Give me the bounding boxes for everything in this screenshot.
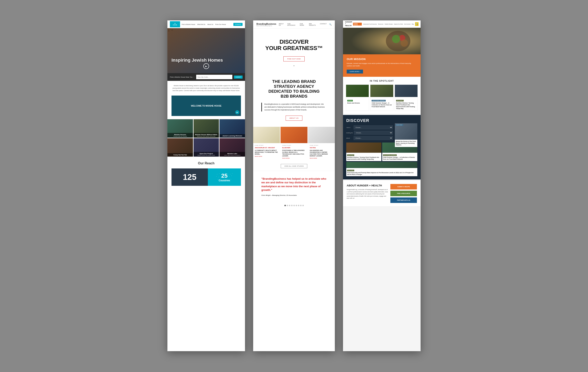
- spotlight-section: IN THE SPOTLIGHT RECIPE Beans and Greens…: [343, 77, 420, 114]
- tile-moishe-houses[interactable]: Moishe Houses Connect with our Houses: [168, 119, 193, 138]
- dot-3[interactable]: [289, 205, 290, 206]
- case-info-0: CASE STUDY ANCHORUM ST. VINCENT A COMMUN…: [253, 143, 280, 159]
- branding-nav-approach[interactable]: OUR APPROACH: [287, 23, 298, 26]
- hunger-nav-recipes[interactable]: Healthy Recipes: [385, 23, 393, 25]
- hunger-logo-text: HUNGER + HEALTH: [345, 21, 352, 27]
- reach-stats: 125: [171, 169, 241, 186]
- dot-8[interactable]: [300, 205, 302, 206]
- svg-point-13: [227, 177, 228, 177]
- small-img-2: [346, 162, 417, 168]
- svg-point-14: [229, 176, 230, 177]
- dot-7[interactable]: [298, 205, 299, 206]
- find-out-how-button[interactable]: FIND OUT HOW: [284, 56, 304, 62]
- partner-with-us-button[interactable]: PARTNER WITH US: [390, 197, 417, 203]
- search-icon[interactable]: 🔍: [329, 23, 332, 25]
- tile-open-dor[interactable]: Open Dor Project Explore where this proj…: [194, 138, 219, 157]
- search-label: Find a Moishe House Near You →: [170, 76, 195, 78]
- discover-right-card: BLOG POST Behind the Scenes of Our Food …: [395, 123, 417, 147]
- hero-food-svg: [343, 28, 420, 54]
- search-submit-button[interactable]: SUBMIT: [234, 75, 242, 79]
- small-title-0: Nutrition Kitchen: Turning Client Feedba…: [346, 156, 381, 161]
- hunger-nav-blog[interactable]: Blog: [412, 23, 414, 25]
- main-cta-title: THE LEADING BRAND STRATEGY AGENCY DEDICA…: [261, 79, 327, 99]
- hunger-logo-feeding: Feeding America: [353, 23, 362, 25]
- case-read-more-1[interactable]: READ MORE: [282, 158, 306, 159]
- spotlight-info-0: RECIPE Beans and Greens: [346, 97, 369, 105]
- view-all-button[interactable]: VIEW ALL CASE STUDIES: [281, 164, 307, 168]
- dot-2[interactable]: [287, 205, 288, 206]
- dot-1[interactable]: [284, 205, 286, 206]
- tiles-grid: Moishe Houses Connect with our Houses Mo…: [168, 119, 245, 157]
- spotlight-tag-2: BLOG POST: [396, 100, 404, 101]
- svg-point-21: [229, 180, 229, 180]
- about-us-button[interactable]: ABOUT US: [286, 116, 303, 121]
- svg-point-6: [230, 174, 231, 175]
- search-input[interactable]: [196, 75, 232, 79]
- dot-9[interactable]: [302, 205, 304, 206]
- svg-point-26: [392, 35, 400, 43]
- discover-select-3[interactable]: Choose...: [354, 136, 393, 140]
- case-read-more-2[interactable]: READ MORE: [310, 158, 333, 159]
- hunger-nav-understand[interactable]: Understand Food Insecurity: [363, 23, 377, 25]
- spotlight-img-2: [395, 85, 418, 97]
- tile-moishe-labs[interactable]: Moishe Labs Learn about these innovation…: [220, 138, 245, 157]
- spotlight-info-1: EDUCATIONAL MATERIAL Child Summer Hunger…: [370, 97, 393, 109]
- branding-nav-about[interactable]: ABOUT US: [279, 23, 285, 26]
- hunger-nav-get-involved[interactable]: Get Involved: [404, 23, 410, 25]
- small-tag-0: BLOG POST: [347, 154, 354, 156]
- nav-link-about[interactable]: About Us: [207, 24, 213, 25]
- video-play-button[interactable]: ▶: [235, 110, 239, 114]
- case-company-2: VICTRA: [310, 147, 333, 149]
- testimonial-section: "BrandingBusiness has helped us to artic…: [253, 171, 335, 202]
- hunger-search-button[interactable]: 🔍: [415, 22, 419, 26]
- hunger-nav-resources[interactable]: Resources: [378, 23, 383, 25]
- svg-point-16: [218, 179, 218, 180]
- nav-link-from[interactable]: From Our House: [215, 24, 226, 25]
- case-read-more-0[interactable]: READ MORE: [255, 156, 278, 157]
- tile-label-1: Moishe Houses Connect with our Houses: [168, 133, 193, 138]
- play-button[interactable]: ▶: [203, 63, 209, 69]
- tile-moishe-walls[interactable]: Moishe House Without Walls Build your ow…: [194, 119, 219, 138]
- spotlight-title: IN THE SPOTLIGHT: [346, 80, 418, 82]
- tile-label-4: Camp Nai Nai Nai: [168, 153, 193, 157]
- svg-point-0: [217, 174, 217, 175]
- svg-point-20: [226, 181, 227, 181]
- submit-recipe-button[interactable]: SUBMIT A RECIPE: [390, 184, 417, 190]
- discover-inner: I am a Choose... looking for Choose...: [346, 125, 417, 140]
- video-block[interactable]: WELCOME TO MOISHE HOUSE ▶: [171, 96, 241, 116]
- case-company-0: ANCHORUM ST. VINCENT: [255, 147, 278, 149]
- dot-6[interactable]: [296, 205, 297, 206]
- tile-camp[interactable]: Camp Nai Nai Nai: [168, 138, 193, 157]
- hunger-nav-explore[interactable]: Explore Our Work: [394, 23, 403, 25]
- nav-link-what[interactable]: What We Do: [197, 24, 205, 25]
- discover-select-2[interactable]: Choose...: [354, 131, 393, 135]
- branding-nav-b2b[interactable]: B2B INSIGHTS: [309, 23, 318, 26]
- find-resource-button[interactable]: FIND A RESOURCE: [390, 191, 417, 196]
- tile-label-2: Moishe House Without Walls Build your ow…: [194, 133, 219, 138]
- mission-text: Educate, connect and engage cross-sector…: [347, 62, 417, 67]
- spotlight-card-title-1: Child Summer Hunger – A Collection of St…: [372, 102, 392, 108]
- intro-text: Moishe House is what being Jewish in you…: [171, 85, 241, 92]
- tile-jewish-learning[interactable]: Jewish Learning Retreats: [220, 119, 245, 138]
- svg-point-1: [219, 173, 220, 174]
- svg-point-8: [216, 176, 217, 177]
- branding-nav-work[interactable]: OUR WORK: [300, 23, 307, 26]
- branding-nav-contact[interactable]: CONTACT: [320, 23, 327, 26]
- small-card-2: BLOG POST Food Insecurity and Poverty Ra…: [346, 162, 417, 176]
- svg-point-3: [223, 174, 224, 175]
- discover-label-2: looking for: [346, 132, 353, 134]
- learn-more-button[interactable]: LEARN MORE >: [347, 70, 363, 74]
- dot-5[interactable]: [293, 205, 295, 206]
- donate-button[interactable]: DONATE: [233, 23, 242, 26]
- hero-title: Inspiring Jewish Homes: [171, 58, 223, 63]
- discover-row-1: I am a Choose...: [346, 125, 393, 129]
- case-tag-1: CASE STUDY: [282, 145, 306, 146]
- svg-point-5: [228, 175, 228, 175]
- case-img-2: [308, 127, 335, 143]
- svg-point-19: [224, 181, 225, 182]
- dot-4[interactable]: [291, 205, 293, 206]
- svg-point-17: [220, 180, 220, 180]
- mission-title: OUR MISSION: [347, 58, 417, 61]
- nav-link-find[interactable]: Find a Moishe House: [182, 24, 195, 25]
- discover-select-1[interactable]: Choose...: [354, 125, 393, 129]
